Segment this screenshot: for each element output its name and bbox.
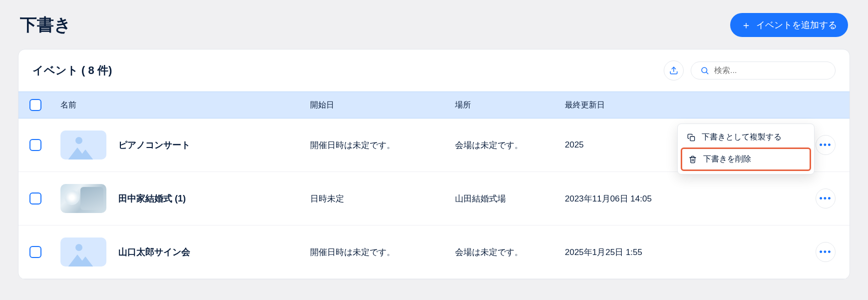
upload-icon — [669, 66, 678, 75]
col-name: 名前 — [60, 100, 310, 110]
row-checkbox[interactable] — [29, 192, 41, 204]
event-name: 田中家結婚式 (1) — [118, 192, 186, 204]
copy-icon — [687, 133, 696, 142]
search-field[interactable] — [691, 62, 836, 80]
page-title: 下書き — [20, 14, 71, 36]
updated-cell: 2025年1月25日 1:55 — [565, 246, 796, 258]
add-button-label: イベントを追加する — [756, 19, 837, 31]
start-cell: 開催日時は未定です。 — [310, 246, 455, 258]
search-icon — [700, 66, 709, 75]
row-actions-dropdown: 下書きとして複製する 下書きを削除 — [677, 124, 815, 174]
more-button[interactable]: ••• — [816, 242, 836, 262]
table-row: 山口太郎サイン会 開催日時は未定です。 会場は未定です。 2025年1月25日 … — [18, 226, 850, 279]
start-cell: 日時未定 — [310, 193, 455, 204]
thumbnail-image — [60, 184, 106, 213]
row-checkbox[interactable] — [29, 139, 41, 151]
dropdown-item-label: 下書きとして複製する — [702, 132, 782, 142]
svg-rect-3 — [690, 136, 695, 141]
col-updated: 最終更新日 — [565, 100, 796, 110]
export-button[interactable] — [664, 60, 684, 80]
svg-point-1 — [702, 68, 707, 73]
place-cell: 会場は未定です。 — [455, 140, 565, 151]
thumbnail-placeholder-icon — [60, 238, 106, 266]
more-button[interactable]: ••• — [816, 135, 836, 155]
col-place: 場所 — [455, 100, 565, 110]
plus-icon: ＋ — [741, 20, 751, 30]
place-cell: 山田結婚式場 — [455, 193, 565, 204]
col-start: 開始日 — [310, 100, 455, 110]
search-input[interactable] — [714, 66, 826, 75]
card-header: イベント ( 8 件) — [18, 50, 850, 92]
event-name: 山口太郎サイン会 — [118, 246, 190, 258]
trash-icon — [688, 155, 697, 164]
event-name: ピアノコンサート — [118, 139, 190, 151]
delete-draft-item[interactable]: 下書きを削除 — [681, 148, 811, 171]
name-cell[interactable]: 山口太郎サイン会 — [60, 238, 310, 266]
table-row: 田中家結婚式 (1) 日時未定 山田結婚式場 2023年11月06日 14:05… — [18, 172, 850, 226]
duplicate-draft-item[interactable]: 下書きとして複製する — [681, 127, 811, 148]
svg-line-2 — [706, 72, 708, 74]
updated-cell: 2023年11月06日 14:05 — [565, 193, 796, 204]
card-tools — [664, 60, 836, 80]
table-header: 名前 開始日 場所 最終更新日 — [18, 92, 850, 118]
name-cell[interactable]: 田中家結婚式 (1) — [60, 184, 310, 213]
add-event-button[interactable]: ＋ イベントを追加する — [730, 13, 848, 37]
row-checkbox[interactable] — [29, 246, 41, 258]
card-title: イベント ( 8 件) — [32, 63, 112, 78]
thumbnail-placeholder-icon — [60, 130, 106, 160]
events-card: イベント ( 8 件) 名前 開始日 場所 最終更新日 ピアノコンサート 開催日… — [18, 49, 850, 280]
table-row: ピアノコンサート 開催日時は未定です。 会場は未定です。 2025 ••• 下書… — [18, 118, 850, 172]
page-header: 下書き ＋ イベントを追加する — [0, 0, 868, 49]
dropdown-item-label: 下書きを削除 — [703, 154, 751, 164]
name-cell[interactable]: ピアノコンサート — [60, 130, 310, 160]
more-button[interactable]: ••• — [816, 188, 836, 208]
start-cell: 開催日時は未定です。 — [310, 140, 455, 151]
place-cell: 会場は未定です。 — [455, 246, 565, 258]
select-all-checkbox[interactable] — [29, 99, 41, 111]
